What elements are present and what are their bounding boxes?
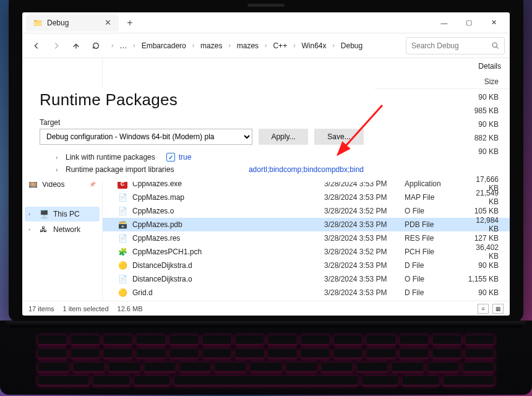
tree-import-libraries[interactable]: › Runtime package import libraries adort… — [40, 163, 364, 176]
view-list-button[interactable]: ≡ — [478, 304, 489, 314]
explorer-window: Debug ✕ + — ▢ ✕ › … › Embarcadero › maze… — [22, 12, 510, 316]
new-tab-button[interactable]: + — [121, 14, 139, 32]
panel-title: Runtime Packages — [40, 90, 364, 110]
column-size[interactable]: Size — [466, 77, 510, 86]
chevron-right-icon: › — [111, 42, 113, 49]
search-icon — [491, 41, 499, 50]
column-headers[interactable]: Size — [103, 74, 510, 89]
close-window-button[interactable]: ✕ — [481, 12, 506, 33]
breadcrumb-seg[interactable]: Embarcadero — [138, 40, 190, 51]
refresh-button[interactable] — [87, 37, 105, 55]
active-tab[interactable]: Debug ✕ — [26, 14, 119, 32]
file-icon: 📄 — [118, 206, 127, 216]
svg-point-0 — [492, 43, 497, 47]
chevron-right-icon: › — [265, 42, 267, 49]
d-icon: 🟡 — [118, 288, 127, 298]
maximize-button[interactable]: ▢ — [457, 12, 481, 33]
chevron-right-icon: › — [28, 226, 35, 233]
up-button[interactable] — [67, 37, 85, 55]
runtime-packages-panel: Runtime Packages Target Debug configurat… — [28, 88, 375, 182]
chevron-right-icon: › — [56, 154, 62, 161]
file-row[interactable]: 🗃️ CppMazes.pdb 3/28/2024 3:53 PM PDB Fi… — [103, 218, 510, 231]
laptop-keyboard — [0, 321, 532, 395]
status-selected: 1 item selected — [63, 305, 109, 312]
file-row[interactable]: 📄 CppMazes.res 3/28/2024 3:53 PM RES Fil… — [103, 231, 510, 245]
window-controls: — ▢ ✕ — [432, 12, 506, 33]
file-icon: 📄 — [118, 274, 127, 284]
chevron-right-icon: › — [293, 42, 295, 49]
file-row[interactable]: 📄 DistanceDijkstra.o 3/28/2024 3:53 PM O… — [103, 272, 510, 286]
minimize-button[interactable]: — — [432, 12, 457, 33]
pch-icon: 🧩 — [118, 247, 127, 257]
target-select[interactable]: Debug configuration - Windows 64-bit (Mo… — [40, 129, 252, 145]
breadcrumb-seg[interactable]: C++ — [269, 40, 291, 51]
main-pane: Details Size Runtime Packages Target Deb… — [103, 58, 510, 301]
titlebar: Debug ✕ + — ▢ ✕ — [22, 12, 510, 33]
status-bar: 17 items 1 item selected 12.6 MB ≡ ▦ — [22, 301, 510, 316]
tree-link-runtime[interactable]: › Link with runtime packages ✓ true — [40, 151, 364, 163]
search-input[interactable]: Search Debug — [406, 37, 505, 54]
target-label: Target — [40, 118, 364, 127]
arrow-right-icon — [52, 41, 61, 50]
breadcrumb-seg[interactable]: mazes — [197, 40, 226, 51]
view-grid-button[interactable]: ▦ — [492, 304, 504, 314]
chevron-right-icon: › — [192, 42, 194, 49]
breadcrumb[interactable]: › … › Embarcadero › mazes › mazes › C++ … — [106, 37, 405, 55]
details-button[interactable]: Details — [478, 62, 501, 71]
forward-button[interactable] — [47, 37, 66, 55]
checkbox-checked-icon[interactable]: ✓ — [166, 153, 175, 161]
chevron-right-icon: › — [56, 166, 62, 173]
breadcrumb-seg[interactable]: … — [116, 40, 131, 51]
file-row[interactable]: 📄 CppMazes.map 3/28/2024 3:53 PM MAP Fil… — [103, 191, 510, 204]
chevron-right-icon: › — [133, 42, 135, 49]
navbar: › … › Embarcadero › mazes › mazes › C++ … — [22, 33, 510, 58]
status-size: 12.6 MB — [118, 305, 143, 312]
chevron-right-icon: › — [28, 211, 35, 217]
file-icon: 📄 — [118, 233, 127, 243]
tab-title: Debug — [47, 19, 69, 27]
save-button[interactable]: Save... — [314, 129, 364, 145]
network-icon: 🖧 — [40, 225, 48, 234]
file-row[interactable]: 📄 CppMazes.o 3/28/2024 3:52 PM O File 10… — [103, 204, 510, 218]
breadcrumb-seg[interactable]: Win64x — [298, 40, 330, 51]
chevron-right-icon: › — [228, 42, 230, 49]
d-icon: 🟡 — [118, 260, 127, 270]
sidebar-item-network[interactable]: › 🖧 Network — [25, 222, 100, 237]
breadcrumb-seg[interactable]: Debug — [337, 40, 366, 51]
sidebar-item-this-pc[interactable]: › 🖥️ This PC — [25, 207, 100, 222]
file-icon: 📄 — [118, 192, 127, 202]
file-row[interactable]: 🟡 DistanceDijkstra.d 3/28/2024 3:53 PM D… — [103, 259, 510, 272]
close-tab-icon[interactable]: ✕ — [105, 18, 111, 27]
back-button[interactable] — [27, 37, 46, 55]
content-area: 📄 Documents 🖼️ Pictures 🎵 Music 🎞️ Video… — [22, 58, 510, 301]
status-items: 17 items — [28, 305, 54, 312]
import-value: adortl;bindcomp;bindcompdbx;bind — [249, 165, 364, 174]
size-column-overlay: 90 KB 985 KB 90 KB 882 KB 90 KB — [454, 90, 510, 158]
link-value: true — [179, 153, 192, 161]
refresh-icon — [92, 41, 100, 50]
chevron-right-icon: › — [333, 42, 335, 49]
folder-icon — [33, 19, 42, 27]
file-row[interactable]: 🟡 Grid.d 3/28/2024 3:53 PM D File 90 KB — [103, 286, 510, 299]
apply-button[interactable]: Apply... — [259, 129, 308, 145]
breadcrumb-seg[interactable]: mazes — [233, 40, 262, 51]
search-placeholder: Search Debug — [411, 41, 486, 50]
pdb-icon: 🗃️ — [118, 220, 127, 230]
pc-icon: 🖥️ — [40, 210, 48, 218]
arrow-left-icon — [32, 41, 41, 50]
file-row[interactable]: 🧩 CppMazesPCH1.pch 3/28/2024 3:52 PM PCH… — [103, 245, 510, 259]
arrow-up-icon — [72, 41, 80, 50]
